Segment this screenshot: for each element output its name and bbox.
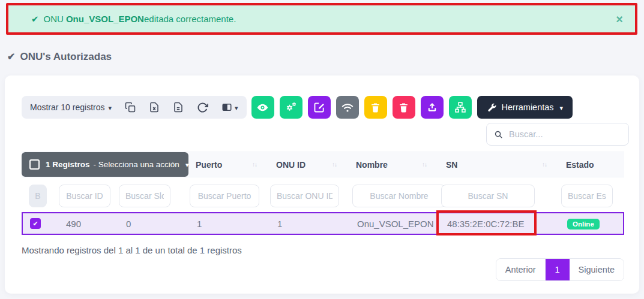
sort-icon[interactable] bbox=[252, 161, 257, 168]
search-input[interactable] bbox=[509, 129, 621, 139]
column-header-nombre[interactable]: Nombre bbox=[349, 160, 439, 170]
delete-button-yellow[interactable] bbox=[364, 96, 387, 119]
filter-estado-input[interactable] bbox=[561, 185, 613, 207]
cell-onu-id: 1 bbox=[270, 219, 350, 229]
sort-icon[interactable] bbox=[422, 161, 427, 168]
network-button[interactable] bbox=[449, 96, 472, 119]
check-icon bbox=[31, 14, 39, 25]
pagination-prev-button[interactable]: Anterior bbox=[496, 259, 546, 280]
pagination-page-1[interactable]: 1 bbox=[546, 259, 570, 280]
search-icon bbox=[494, 129, 503, 140]
chevron-down-icon bbox=[185, 160, 189, 169]
action-buttons bbox=[251, 96, 472, 119]
onu-table-card: Mostrar 10 registros bbox=[5, 75, 639, 294]
chevron-down-icon bbox=[235, 102, 238, 113]
search-container bbox=[486, 123, 629, 146]
edit-button[interactable] bbox=[308, 96, 331, 119]
check-icon bbox=[7, 51, 15, 63]
refresh-button[interactable] bbox=[197, 102, 208, 113]
pagination-next-button[interactable]: Siguiente bbox=[570, 259, 624, 280]
cell-slot: 0 bbox=[119, 219, 190, 229]
column-header-estado[interactable]: Estado bbox=[559, 160, 624, 170]
wifi-icon bbox=[341, 101, 354, 114]
filter-onu-id-input[interactable] bbox=[270, 185, 339, 207]
tools-dropdown[interactable]: Herramientas bbox=[477, 96, 573, 119]
upload-icon bbox=[426, 101, 438, 113]
wifi-button[interactable] bbox=[336, 96, 359, 119]
export-file-button[interactable] bbox=[173, 102, 184, 113]
sort-icon[interactable] bbox=[332, 161, 337, 168]
filter-nombre-input[interactable] bbox=[352, 185, 446, 207]
settings-button[interactable] bbox=[280, 96, 302, 119]
alert-onu-name: Onu_VSOL_EPON bbox=[66, 14, 144, 24]
filter-puerto-input[interactable] bbox=[190, 185, 259, 207]
success-alert: ONUOnu_VSOL_EPONeditada correctamente. bbox=[6, 3, 637, 35]
view-button[interactable] bbox=[251, 96, 274, 119]
upload-button[interactable] bbox=[421, 96, 444, 119]
cell-sn: 48:35:2E:0C:72:BE bbox=[440, 219, 560, 229]
copy-button[interactable] bbox=[125, 102, 136, 113]
wrench-icon bbox=[487, 102, 497, 113]
columns-visibility-button[interactable] bbox=[221, 102, 238, 113]
select-all-checkbox[interactable] bbox=[29, 159, 40, 170]
cell-nombre: Onu_VSOL_EPON bbox=[350, 219, 440, 229]
edit-icon bbox=[313, 101, 325, 113]
table-toolbar: Mostrar 10 registros bbox=[22, 96, 573, 119]
records-summary: Mostrando registros del 1 al 1 de un tot… bbox=[22, 245, 242, 255]
filter-sn-input[interactable] bbox=[441, 185, 535, 207]
column-header-sn[interactable]: SN bbox=[439, 160, 559, 170]
export-excel-button[interactable] bbox=[149, 102, 160, 113]
table-row[interactable]: 490 0 1 1 Onu_VSOL_EPON 48:35:2E:0C:72:B… bbox=[22, 212, 624, 235]
chevron-down-icon bbox=[108, 102, 112, 112]
cell-puerto: 1 bbox=[190, 219, 270, 229]
row-checkbox-checked[interactable] bbox=[30, 218, 41, 229]
trash-icon bbox=[370, 102, 381, 113]
filter-slot-input[interactable] bbox=[119, 185, 170, 207]
datatable-controls: Mostrar 10 registros bbox=[22, 96, 247, 119]
trash-icon bbox=[398, 102, 409, 113]
show-entries-dropdown[interactable]: Mostrar 10 registros bbox=[30, 102, 112, 112]
table-filter-row bbox=[22, 180, 624, 212]
bulk-action-dropdown[interactable]: 1 Registros - Selecciona una acción bbox=[22, 152, 188, 177]
alert-message: ONUOnu_VSOL_EPONeditada correctamente. bbox=[44, 14, 239, 24]
cell-id: 490 bbox=[59, 219, 119, 229]
gears-icon bbox=[285, 101, 297, 113]
filter-id-input[interactable] bbox=[59, 185, 110, 207]
chevron-down-icon bbox=[560, 102, 564, 112]
status-badge: Online bbox=[567, 219, 600, 229]
page-title: ONU's Autorizadas bbox=[7, 51, 112, 63]
sort-icon[interactable] bbox=[542, 161, 547, 168]
pagination: Anterior 1 Siguiente bbox=[496, 258, 624, 281]
column-header-onu-id[interactable]: ONU ID bbox=[269, 160, 349, 170]
sitemap-icon bbox=[454, 101, 466, 113]
close-icon[interactable] bbox=[616, 13, 623, 25]
delete-button-red[interactable] bbox=[393, 96, 415, 119]
filter-checkbox-column[interactable] bbox=[29, 185, 47, 207]
eye-icon bbox=[256, 101, 269, 114]
column-header-puerto[interactable]: Puerto bbox=[188, 160, 269, 170]
